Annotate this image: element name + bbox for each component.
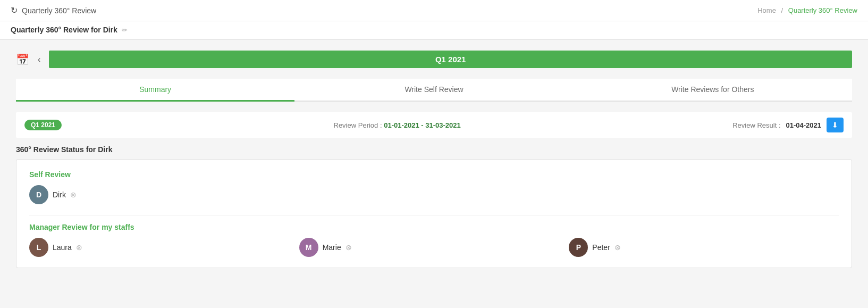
avatar-dirk: D [29, 185, 48, 204]
divider [29, 215, 839, 215]
breadcrumb-separator: / [781, 6, 783, 14]
breadcrumb: Home / Quarterly 360° Review [757, 6, 857, 14]
review-card: Self Review D Dirk ⊗ Manager Review for … [16, 159, 852, 268]
quarter-badge: Q1 2021 [24, 120, 62, 130]
status-section-title: 360° Review Status for Dirk [16, 145, 852, 154]
tab-summary[interactable]: Summary [16, 79, 294, 102]
review-result: Review Result : 01-04-2021 ⬇ [732, 118, 844, 132]
info-bar: Q1 2021 Review Period : 01-01-2021 - 31-… [16, 112, 852, 138]
breadcrumb-current[interactable]: Quarterly 360° Review [788, 6, 857, 14]
avatar-peter: P [569, 238, 588, 257]
main-content: 📅 ‹ Q1 2021 Summary Write Self Review Wr… [0, 40, 868, 305]
review-period-label: Review Period : [334, 121, 382, 129]
app-title-area: ↻ Quarterly 360° Review [11, 5, 96, 15]
self-reviewer-item: D Dirk ⊗ [29, 185, 77, 204]
avatar-marie: M [299, 238, 318, 257]
download-button[interactable]: ⬇ [827, 118, 844, 132]
tabs-bar: Summary Write Self Review Write Reviews … [16, 79, 852, 102]
top-bar: ↻ Quarterly 360° Review Home / Quarterly… [0, 0, 868, 21]
review-result-value: 01-04-2021 [786, 121, 822, 129]
self-reviewer-list: D Dirk ⊗ [29, 185, 839, 204]
avatar-laura: L [29, 238, 48, 257]
remove-manager-reviewer-button-0[interactable]: ⊗ [76, 243, 82, 252]
manager-reviewer-name-0: Laura [53, 243, 72, 252]
breadcrumb-home[interactable]: Home [757, 6, 776, 14]
tab-self-review[interactable]: Write Self Review [294, 79, 573, 102]
page-title-bar: Quarterly 360° Review for Dirk ✏ [0, 21, 868, 40]
edit-icon[interactable]: ✏ [122, 26, 128, 34]
manager-reviewer-name-2: Peter [592, 243, 610, 252]
review-period: Review Period : 01-01-2021 - 31-03-2021 [334, 121, 461, 129]
manager-reviewer-item-0: L Laura ⊗ [29, 238, 299, 257]
tab-reviews-others[interactable]: Write Reviews for Others [574, 79, 852, 102]
review-period-value: 01-01-2021 - 31-03-2021 [384, 121, 461, 129]
manager-reviewer-item-2: P Peter ⊗ [569, 238, 839, 257]
manager-review-label: Manager Review for my staffs [29, 223, 839, 231]
quarter-nav: 📅 ‹ Q1 2021 [16, 51, 852, 68]
review-result-label: Review Result : [732, 121, 780, 129]
quarter-label: Q1 2021 [49, 51, 852, 68]
remove-manager-reviewer-button-1[interactable]: ⊗ [345, 243, 352, 252]
refresh-icon: ↻ [11, 5, 18, 15]
manager-reviewer-item-1: M Marie ⊗ [299, 238, 569, 257]
prev-quarter-button[interactable]: ‹ [35, 53, 44, 66]
app-title: Quarterly 360° Review [22, 6, 96, 15]
page-title: Quarterly 360° Review for Dirk [11, 26, 117, 34]
calendar-icon[interactable]: 📅 [16, 53, 29, 66]
manager-reviewer-name-1: Marie [323, 243, 341, 252]
self-review-label: Self Review [29, 170, 839, 179]
self-reviewer-name: Dirk [53, 190, 66, 199]
remove-manager-reviewer-button-2[interactable]: ⊗ [614, 243, 621, 252]
manager-reviewer-list: L Laura ⊗ M Marie ⊗ P Peter ⊗ [29, 238, 839, 257]
remove-self-reviewer-button[interactable]: ⊗ [70, 190, 77, 199]
